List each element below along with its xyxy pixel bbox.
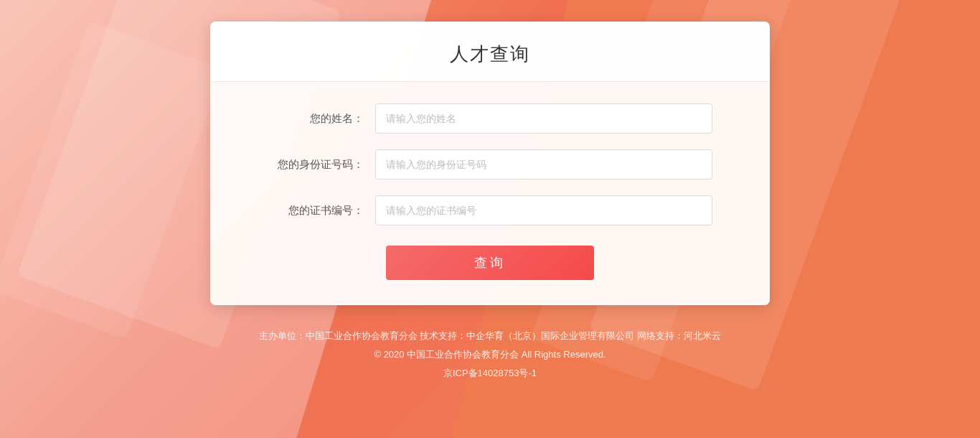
query-card: 人才查询 您的姓名： 您的身份证号码： 您的证书编号： 查询 [210,22,770,305]
id-label: 您的身份证号码： [268,158,375,172]
footer-line2: © 2020 中国工业合作协会教育分会 All Rights Reserved. [259,345,721,364]
footer: 主办单位：中国工业合作协会教育分会 技术支持：中企华育（北京）国际企业管理有限公… [259,327,721,383]
button-row: 查询 [268,246,712,280]
cert-row: 您的证书编号： [268,195,712,225]
cert-label: 您的证书编号： [268,204,375,218]
id-input[interactable] [375,149,712,180]
name-label: 您的姓名： [268,112,375,126]
name-row: 您的姓名： [268,103,712,134]
cert-input[interactable] [375,195,712,225]
page-title: 人才查询 [210,42,770,67]
id-row: 您的身份证号码： [268,149,712,180]
page-wrapper: 人才查询 您的姓名： 您的身份证号码： 您的证书编号： 查询 [0,0,980,438]
footer-line3: 京ICP备14028753号-1 [259,364,721,383]
footer-line1: 主办单位：中国工业合作协会教育分会 技术支持：中企华育（北京）国际企业管理有限公… [259,327,721,345]
name-input[interactable] [375,103,712,134]
card-body: 您的姓名： 您的身份证号码： 您的证书编号： 查询 [210,82,770,305]
query-button[interactable]: 查询 [386,246,594,280]
card-header: 人才查询 [210,22,770,82]
